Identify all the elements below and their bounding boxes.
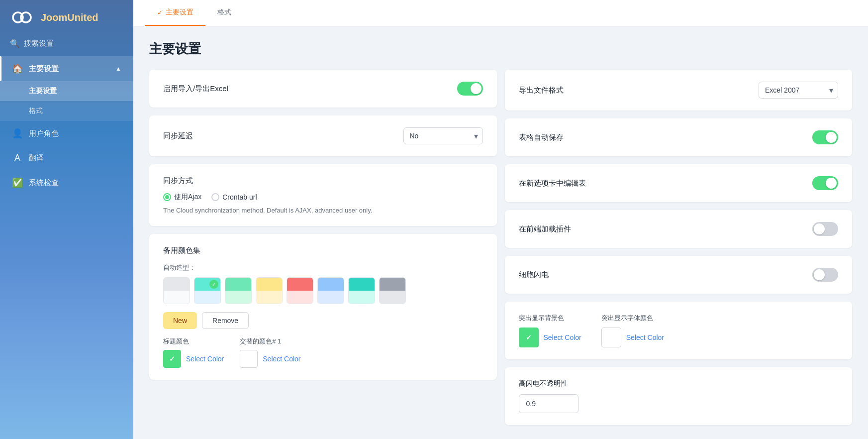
- cell-flash-toggle[interactable]: [812, 268, 838, 282]
- header-color-label: 标题颜色: [163, 337, 224, 346]
- check-circle-icon: ✅: [12, 177, 23, 188]
- load-frontend-label: 在前端加载插件: [519, 224, 571, 234]
- active-indicator: [0, 56, 1, 81]
- edit-in-tab-knob: [826, 178, 837, 189]
- swatch-selected-icon: ✓: [209, 280, 218, 289]
- card-enable-excel: 启用导入/导出Excel: [149, 70, 497, 108]
- load-frontend-knob: [814, 223, 825, 234]
- export-format-select[interactable]: Excel 2007 Excel 2003 CSV: [759, 82, 838, 99]
- export-format-label: 导出文件格式: [519, 86, 564, 95]
- nav-label-system-check: 系统检查: [29, 178, 59, 188]
- highlight-font-col: 突出显示字体颜色 Select Color: [601, 314, 664, 347]
- auto-save-label: 表格自动保存: [519, 133, 564, 142]
- swatch-8[interactable]: [379, 277, 406, 304]
- highlight-font-select-color-button[interactable]: Select Color: [626, 333, 664, 341]
- highlight-bg-box[interactable]: ✓: [519, 328, 539, 347]
- card-color-palette: 备用颜色集 自动造型： ✓: [149, 234, 497, 380]
- highlight-font-box[interactable]: [601, 328, 621, 347]
- search-label: 搜索设置: [24, 39, 54, 48]
- nav-label-user-roles: 用户角色: [29, 129, 59, 138]
- color-fields: 标题颜色 ✓ Select Color 交替的颜色# 1: [163, 337, 483, 368]
- search-icon: 🔍: [10, 39, 20, 48]
- sidebar-sub-item-format[interactable]: 格式: [0, 101, 133, 121]
- edit-in-tab-label: 在新选项卡中编辑表: [519, 179, 586, 188]
- logo-accent: United: [67, 12, 98, 23]
- alt-color-box[interactable]: [240, 350, 258, 368]
- highlight-bg-label: 突出显示背景色: [519, 314, 581, 323]
- sidebar-item-main-settings[interactable]: 🏠 主要设置 ▲: [0, 56, 133, 81]
- highlight-section: 突出显示背景色 ✓ Select Color 突出显示字体颜色: [519, 314, 839, 347]
- new-palette-button[interactable]: New: [163, 312, 197, 329]
- user-icon: 👤: [12, 128, 23, 139]
- nav-label-translate: 翻译: [29, 153, 44, 163]
- swatch-2[interactable]: ✓: [194, 277, 221, 304]
- logo: JoomUnited: [0, 0, 133, 35]
- content-area: 主要设置 启用导入/导出Excel 同步延迟: [133, 26, 868, 439]
- palette-buttons: New Remove: [163, 312, 483, 329]
- highlight-bg-check-icon: ✓: [526, 333, 532, 341]
- header-color-field: 标题颜色 ✓ Select Color: [163, 337, 224, 368]
- sidebar-item-system-check[interactable]: ✅ 系统检查: [0, 170, 133, 195]
- auto-shape-label: 自动造型：: [163, 263, 483, 272]
- tab-format[interactable]: 格式: [205, 0, 243, 26]
- export-format-wrapper: Excel 2007 Excel 2003 CSV: [759, 82, 838, 99]
- radio-crontab[interactable]: Crontab url: [211, 193, 257, 202]
- swatch-6[interactable]: [317, 277, 344, 304]
- color-swatches: ✓: [163, 277, 483, 304]
- tab-main-settings[interactable]: ✓ 主要设置: [145, 0, 205, 26]
- settings-grid: 启用导入/导出Excel 同步延迟 No Yes: [149, 70, 852, 425]
- logo-text: JoomUnited: [41, 12, 98, 23]
- card-export-format: 导出文件格式 Excel 2007 Excel 2003 CSV: [505, 70, 853, 110]
- sync-description: The Cloud synchronization method. Defaul…: [163, 207, 483, 214]
- load-frontend-toggle[interactable]: [812, 222, 838, 236]
- header-color-row: ✓ Select Color: [163, 350, 224, 368]
- highlight-bg-row: ✓ Select Color: [519, 328, 581, 347]
- header-color-box[interactable]: ✓: [163, 350, 181, 368]
- alt-select-color-button[interactable]: Select Color: [263, 355, 300, 363]
- header-color-check-icon: ✓: [169, 355, 175, 363]
- highlight-bg-select-color-button[interactable]: Select Color: [544, 333, 581, 341]
- radio-ajax[interactable]: 使用Ajax: [163, 193, 201, 202]
- cell-flash-knob: [814, 269, 825, 280]
- logo-icon: [12, 10, 36, 25]
- excel-toggle[interactable]: [457, 82, 483, 96]
- page-title: 主要设置: [149, 40, 852, 58]
- swatch-1[interactable]: [163, 277, 190, 304]
- sync-delay-select[interactable]: No Yes: [403, 127, 483, 144]
- radio-crontab-label: Crontab url: [222, 193, 257, 201]
- opacity-label: 高闪电不透明性: [519, 379, 839, 388]
- card-sync-delay: 同步延迟 No Yes: [149, 115, 497, 156]
- card-highlight: 突出显示背景色 ✓ Select Color 突出显示字体颜色: [505, 302, 853, 359]
- sidebar-sub-item-main[interactable]: 主要设置: [0, 81, 133, 101]
- cell-flash-label: 细胞闪电: [519, 270, 549, 280]
- auto-save-toggle[interactable]: [812, 130, 838, 144]
- opacity-input[interactable]: [519, 394, 579, 413]
- sidebar-item-user-roles[interactable]: 👤 用户角色: [0, 121, 133, 146]
- logo-main: Joom: [41, 12, 67, 23]
- highlight-bg-col: 突出显示背景色 ✓ Select Color: [519, 314, 581, 347]
- swatch-5[interactable]: [287, 277, 313, 304]
- swatch-3[interactable]: [225, 277, 252, 304]
- remove-palette-button[interactable]: Remove: [202, 312, 249, 329]
- excel-label: 启用导入/导出Excel: [163, 84, 228, 94]
- alt-color-field: 交替的颜色# 1 Select Color: [240, 337, 300, 368]
- radio-dot-ajax: [163, 193, 171, 201]
- toggle-knob: [471, 83, 482, 94]
- swatch-7[interactable]: [348, 277, 375, 304]
- highlight-font-row: Select Color: [601, 328, 664, 347]
- card-cell-flash: 细胞闪电: [505, 256, 853, 294]
- search-settings[interactable]: 🔍 搜索设置: [0, 35, 133, 56]
- nav-label-main: 主要设置: [29, 64, 59, 74]
- radio-ajax-label: 使用Ajax: [174, 193, 201, 202]
- header-select-color-button[interactable]: Select Color: [186, 355, 224, 363]
- radio-dot-crontab: [211, 193, 219, 201]
- palette-title: 备用颜色集: [163, 246, 483, 255]
- edit-in-tab-toggle[interactable]: [812, 176, 838, 190]
- radio-group: 使用Ajax Crontab url: [163, 193, 483, 202]
- tab-check-icon: ✓: [157, 9, 163, 16]
- sub-nav: 主要设置 格式: [0, 81, 133, 121]
- tab-format-label: 格式: [217, 8, 231, 17]
- swatch-4[interactable]: [256, 277, 283, 304]
- sidebar-item-translate[interactable]: A 翻译: [0, 146, 133, 170]
- sync-delay-label: 同步延迟: [163, 131, 193, 141]
